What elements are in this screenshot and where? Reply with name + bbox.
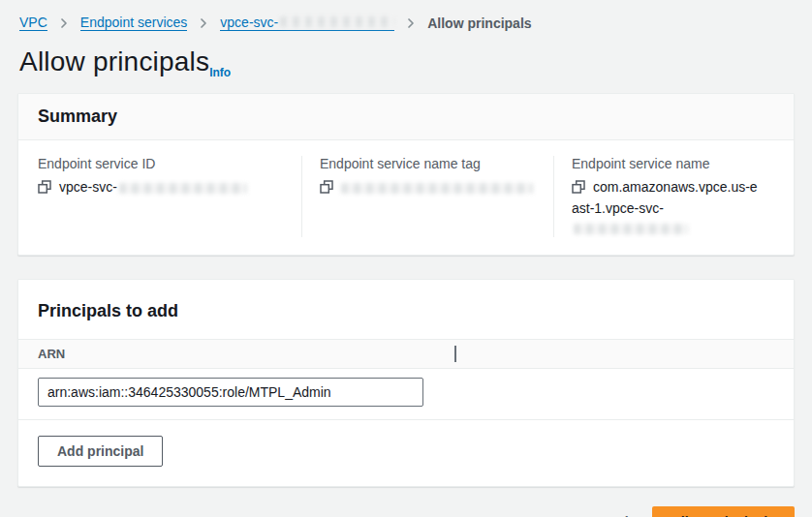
copy-icon[interactable] [38, 179, 51, 198]
summary-field-endpoint-service-id: Endpoint service ID vpce-svc- [38, 156, 301, 237]
principals-title: Principals to add [38, 301, 178, 320]
breadcrumb-endpoint-service-id-label: vpce-svc- [220, 15, 278, 30]
chevron-right-icon [59, 17, 69, 29]
principals-card: Principals to add ARN Add principal [17, 279, 795, 487]
field-value: com.amazonaws.vpce.us-east-1.vpce-svc- [572, 177, 759, 237]
redacted-text [341, 183, 533, 194]
copy-icon[interactable] [320, 179, 333, 198]
field-value-text: vpce-svc- [59, 179, 117, 195]
field-label: Endpoint service ID [38, 156, 286, 171]
add-principal-row: Add principal [18, 419, 794, 486]
breadcrumb-vpc[interactable]: VPC [19, 15, 47, 31]
title-row: Allow principalsInfo [0, 41, 812, 93]
summary-card: Summary Endpoint service ID vpce-svc- En… [17, 93, 795, 256]
arn-column-header: ARN [38, 347, 65, 361]
arn-input[interactable] [38, 378, 423, 407]
summary-body: Endpoint service ID vpce-svc- Endpoint s… [18, 140, 794, 255]
allow-principals-page: VPC Endpoint services vpce-svc- Allow pr… [0, 0, 812, 517]
footer-actions: Cancel Allow principals [0, 487, 812, 517]
arn-input-row [18, 369, 794, 419]
summary-field-endpoint-service-name: Endpoint service name com.amazonaws.vpce… [553, 156, 774, 237]
breadcrumb-endpoint-services[interactable]: Endpoint services [80, 15, 188, 31]
redacted-text [119, 183, 247, 194]
allow-principals-button[interactable]: Allow principals [652, 506, 795, 517]
summary-field-endpoint-service-name-tag: Endpoint service name tag [301, 156, 553, 237]
field-value-text: com.amazonaws.vpce.us-east-1.vpce-svc- [572, 179, 758, 216]
redacted-text [280, 16, 394, 27]
copy-icon[interactable] [572, 179, 585, 198]
field-value: vpce-svc- [38, 177, 286, 198]
breadcrumb-endpoint-service-id[interactable]: vpce-svc- [220, 15, 394, 31]
arn-column-header-row: ARN [18, 339, 794, 369]
page-title: Allow principals [19, 46, 209, 77]
summary-title: Summary [38, 106, 117, 126]
principals-card-header: Principals to add [18, 280, 794, 339]
chevron-right-icon [406, 17, 416, 29]
summary-card-header: Summary [18, 94, 794, 140]
add-principal-button[interactable]: Add principal [38, 436, 163, 467]
column-resize-handle[interactable] [454, 346, 456, 362]
breadcrumb: VPC Endpoint services vpce-svc- Allow pr… [0, 0, 812, 41]
info-link[interactable]: Info [209, 66, 231, 79]
field-label: Endpoint service name [572, 156, 759, 171]
redacted-text [574, 224, 688, 234]
field-value [320, 177, 538, 198]
field-label: Endpoint service name tag [320, 156, 538, 171]
chevron-right-icon [199, 17, 208, 29]
breadcrumb-current: Allow principals [427, 15, 531, 31]
